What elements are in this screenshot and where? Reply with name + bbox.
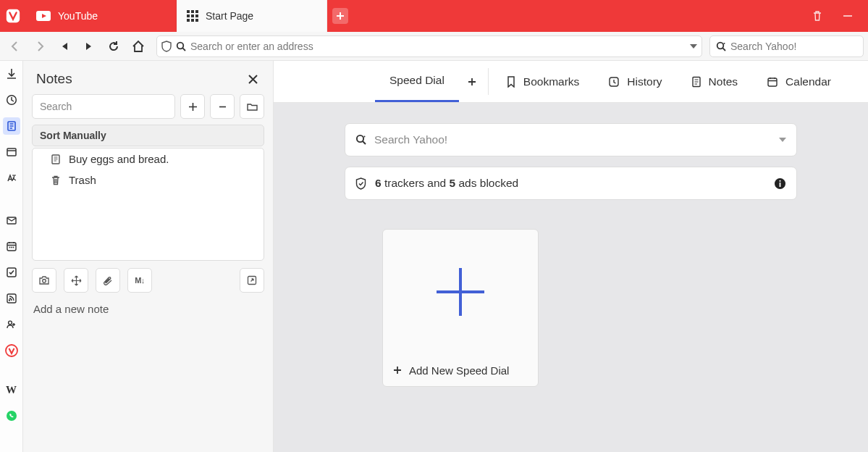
privacy-summary[interactable]: 6 trackers and 5 ads blocked: [345, 167, 797, 200]
clock-icon: [608, 76, 620, 88]
note-icon: [50, 154, 62, 165]
sort-dropdown[interactable]: Sort Manually: [32, 125, 264, 146]
add-group-button[interactable]: [459, 61, 485, 102]
svg-rect-32: [768, 78, 777, 86]
start-page-tabs: Speed Dial Bookmarks History Notes Calen…: [274, 61, 868, 103]
chevron-down-icon[interactable]: [779, 138, 786, 142]
rail-vivaldi[interactable]: [3, 342, 20, 359]
svg-rect-5: [187, 14, 190, 17]
svg-point-33: [357, 135, 363, 142]
svg-rect-4: [195, 10, 198, 13]
rail-notes[interactable]: [3, 117, 20, 135]
move-button[interactable]: [64, 268, 88, 293]
svg-point-12: [717, 42, 724, 49]
tab-notes[interactable]: Notes: [677, 61, 753, 102]
capture-button[interactable]: [32, 268, 56, 293]
tab-youtube[interactable]: YouTube: [26, 0, 177, 32]
trash-item[interactable]: Trash: [33, 170, 264, 191]
camera-icon: [38, 275, 50, 285]
reload-button[interactable]: [103, 35, 125, 57]
plus-icon: [393, 366, 402, 374]
new-note-placeholder[interactable]: Add a new note: [23, 300, 273, 315]
tab-startpage[interactable]: Start Page: [177, 0, 327, 32]
rail-calendar[interactable]: [3, 238, 20, 255]
start-page-content: Speed Dial Bookmarks History Notes Calen…: [274, 61, 868, 452]
svg-point-34: [364, 136, 366, 138]
url-dropdown-icon[interactable]: [690, 44, 697, 49]
svg-point-20: [11, 247, 12, 248]
search-icon: [176, 41, 186, 51]
url-field-wrap[interactable]: [156, 35, 702, 57]
svg-rect-23: [7, 294, 16, 303]
titlebar: YouTube Start Page: [0, 0, 868, 32]
plus-icon: [188, 102, 198, 112]
speed-dial-search-input[interactable]: [374, 133, 772, 146]
new-folder-button[interactable]: [240, 94, 264, 119]
notes-panel: Notes Sort Manually Buy eggs and bread.: [23, 61, 274, 452]
search-engine-field[interactable]: [709, 35, 864, 57]
svg-rect-3: [191, 10, 194, 13]
rail-mail[interactable]: [3, 212, 20, 229]
minus-icon: [218, 102, 227, 112]
rail-downloads[interactable]: [3, 65, 20, 83]
panel-close-button[interactable]: [245, 72, 260, 86]
window-controls: [797, 0, 868, 32]
rail-contacts[interactable]: [3, 316, 20, 333]
sort-label: Sort Manually: [40, 130, 106, 141]
add-note-button[interactable]: [180, 94, 205, 119]
rail-feeds[interactable]: [3, 290, 20, 307]
search-engine-input[interactable]: [730, 41, 857, 52]
tab-history[interactable]: History: [594, 61, 676, 102]
trash-icon[interactable]: [812, 10, 823, 22]
search-icon: [355, 134, 367, 146]
fastforward-button[interactable]: [78, 35, 100, 57]
svg-rect-18: [7, 243, 16, 251]
rail-whatsapp[interactable]: [3, 407, 20, 424]
svg-rect-6: [191, 14, 194, 17]
bookmark-icon: [506, 76, 516, 88]
minimize-icon[interactable]: [842, 10, 854, 22]
vivaldi-logo[interactable]: [0, 0, 26, 32]
rail-translate[interactable]: [3, 170, 20, 187]
tab-bookmarks[interactable]: Bookmarks: [492, 61, 594, 102]
vivaldi-icon: [5, 8, 21, 24]
grid-icon: [187, 10, 198, 22]
url-input[interactable]: [190, 41, 686, 52]
svg-point-13: [724, 43, 725, 44]
tab-calendar[interactable]: Calendar: [752, 61, 846, 102]
markdown-button[interactable]: M↓: [127, 268, 152, 293]
rewind-button[interactable]: [54, 35, 75, 57]
note-item[interactable]: Buy eggs and bread.: [33, 148, 264, 170]
svg-point-26: [7, 411, 17, 421]
trash-icon: [50, 175, 62, 186]
svg-point-19: [9, 247, 10, 248]
attach-button[interactable]: [96, 268, 120, 293]
speed-dial-search[interactable]: [345, 123, 797, 156]
remove-note-button[interactable]: [210, 94, 235, 119]
info-icon[interactable]: [774, 177, 786, 190]
plus-icon: [432, 264, 489, 320]
svg-rect-2: [187, 10, 190, 13]
new-tab-button[interactable]: [327, 0, 353, 32]
shield-icon: [355, 177, 366, 190]
notes-search[interactable]: [32, 94, 175, 119]
forward-button[interactable]: [29, 35, 51, 57]
notes-search-input[interactable]: [40, 101, 167, 112]
rail-history[interactable]: [3, 91, 20, 109]
panel-rail: W: [0, 61, 23, 452]
plus-icon: [468, 78, 476, 86]
svg-rect-9: [191, 19, 194, 22]
svg-point-24: [8, 321, 12, 325]
privacy-text: 6 trackers and 5 ads blocked: [375, 177, 518, 190]
add-speed-dial-tile[interactable]: Add New Speed Dial: [382, 229, 539, 387]
svg-point-37: [779, 180, 780, 181]
expand-button[interactable]: [240, 268, 264, 293]
svg-rect-16: [7, 148, 16, 156]
home-button[interactable]: [127, 35, 149, 57]
rail-tasks[interactable]: [3, 264, 20, 281]
rail-wikipedia[interactable]: W: [3, 381, 20, 398]
tab-speed-dial[interactable]: Speed Dial: [375, 61, 459, 102]
svg-rect-36: [780, 183, 781, 187]
back-button[interactable]: [4, 35, 26, 57]
rail-window[interactable]: [3, 143, 20, 161]
